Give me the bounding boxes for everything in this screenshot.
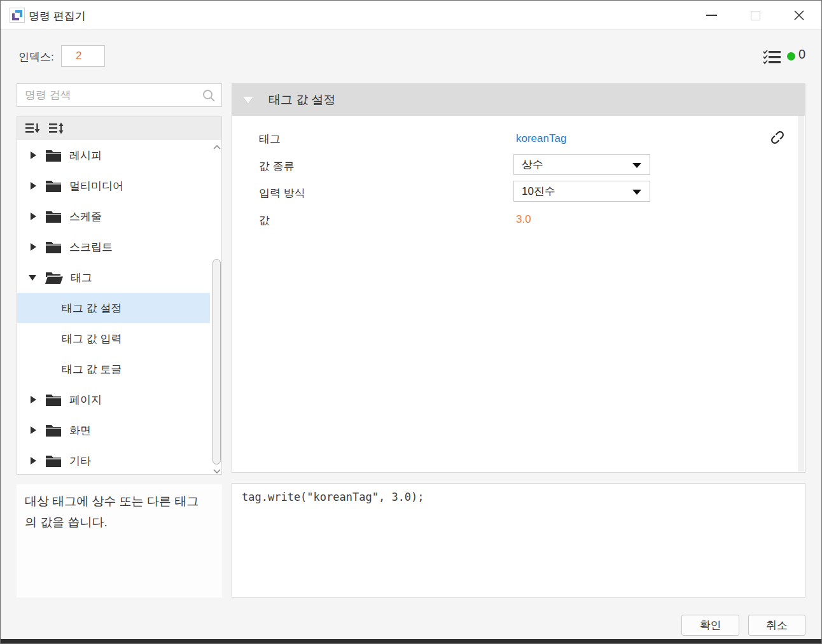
folder-icon [45,424,62,437]
tree-item-schedule[interactable]: 스케줄 [17,201,221,232]
chevron-right-icon[interactable] [31,426,36,434]
dropdown-arrow-icon [632,163,641,168]
tree-item-etc[interactable]: 기타 [17,445,221,474]
tree-item-script[interactable]: 스크립트 [17,232,221,262]
chevron-right-icon[interactable] [31,151,36,159]
field-label-value-type: 값 종류 [259,159,295,174]
generated-code: tag.write("koreanTag", 3.0); [242,491,424,503]
field-label-tag: 태그 [259,132,281,146]
folder-icon [45,210,62,223]
panel-title: 태그 값 설정 [268,92,336,108]
index-input[interactable] [61,45,105,67]
collapse-all-icon[interactable] [25,122,41,136]
chevron-down-icon[interactable] [29,275,36,281]
minimize-icon [706,15,717,16]
command-editor-window: 명령 편집기 인덱스: 0 [0,0,822,644]
search-icon [202,88,216,105]
command-description-box: 대상 태그에 상수 또는 다른 태그의 값을 씁니다. [17,484,222,598]
chevron-right-icon[interactable] [31,182,36,190]
scrollbar-thumb[interactable] [212,259,221,465]
value-type-selected: 상수 [522,157,543,172]
value-type-select[interactable]: 상수 [513,154,650,175]
tree-item-label: 레시피 [69,148,102,163]
status-dot-icon [787,52,795,60]
tree-item-tag[interactable]: 태그 [17,262,221,293]
tree-item-label: 화면 [69,423,91,438]
tree-item-label: 스크립트 [69,240,113,255]
tag-name-link[interactable]: koreanTag [516,132,566,145]
tag-value-set-panel: 태그 값 설정 태그 koreanTag 값 종류 상수 입력 방식 10진수 … [232,83,805,473]
field-label-value: 값 [259,213,270,228]
command-search-box [17,83,222,107]
tree-item-tag-value-input[interactable]: 태그 값 입력 [17,323,221,354]
code-preview-panel: tag.write("koreanTag", 3.0); [232,483,805,598]
folder-icon [45,241,62,254]
folder-icon [45,393,62,407]
tree-item-label: 기타 [69,454,91,468]
title-bar: 명령 편집기 [1,1,822,30]
command-description: 대상 태그에 상수 또는 다른 태그의 값을 씁니다. [25,491,203,533]
input-method-select[interactable]: 10진수 [513,181,650,202]
tree-item-label: 태그 값 토글 [62,362,122,377]
input-method-selected: 10진수 [522,184,555,199]
search-input[interactable] [17,84,221,106]
panel-scrollbar-track[interactable] [798,116,804,472]
command-list-icon[interactable] [763,49,781,68]
window-bottom-edge [1,639,822,644]
command-tree-panel: 레시피 멀티미디어 스케줄 [17,116,222,475]
minimize-button[interactable] [697,1,726,30]
folder-icon [45,454,62,468]
chevron-right-icon[interactable] [31,213,36,220]
chevron-right-icon[interactable] [31,396,36,403]
ok-button[interactable]: 확인 [681,615,739,636]
open-folder-icon [45,271,63,284]
tree-item-label: 태그 값 입력 [62,332,122,346]
dropdown-arrow-icon [632,190,641,195]
close-button[interactable] [784,1,814,30]
maximize-button[interactable] [741,1,770,30]
panel-header[interactable]: 태그 값 설정 [232,84,805,116]
tree-item-label: 태그 [71,270,92,285]
folder-icon [45,149,62,162]
app-logo-icon [10,8,25,23]
cancel-button[interactable]: 취소 [748,615,805,636]
collapse-caret-icon[interactable] [243,97,253,104]
tree-scrollbar[interactable] [212,141,222,475]
maximize-icon [751,11,760,20]
tree-item-screen[interactable]: 화면 [17,415,221,445]
tree-item-label: 태그 값 설정 [62,301,122,316]
tree-item-label: 멀티미디어 [69,179,123,193]
tree-item-recipe[interactable]: 레시피 [17,140,221,171]
tree-item-multimedia[interactable]: 멀티미디어 [17,171,221,201]
field-label-input-method: 입력 방식 [259,186,305,200]
scroll-down-icon[interactable] [212,466,221,475]
value-number[interactable]: 3.0 [516,213,531,226]
window-title: 명령 편집기 [29,9,86,24]
close-icon [793,10,805,21]
tree-toolbar [17,117,221,140]
folder-icon [45,179,62,193]
expand-all-icon[interactable] [49,122,64,136]
tree-item-label: 페이지 [69,393,102,407]
chevron-right-icon[interactable] [31,243,36,251]
tree-item-page[interactable]: 페이지 [17,384,221,415]
error-count: 0 [798,47,805,62]
scroll-up-icon[interactable] [212,143,221,152]
link-icon[interactable] [769,129,786,146]
chevron-right-icon[interactable] [31,457,36,465]
tree-item-tag-value-set[interactable]: 태그 값 설정 [17,293,210,323]
tree-item-tag-value-toggle[interactable]: 태그 값 토글 [17,354,221,384]
command-tree: 레시피 멀티미디어 스케줄 [17,140,221,474]
index-label: 인덱스: [18,50,54,64]
tree-item-label: 스케줄 [69,209,102,224]
